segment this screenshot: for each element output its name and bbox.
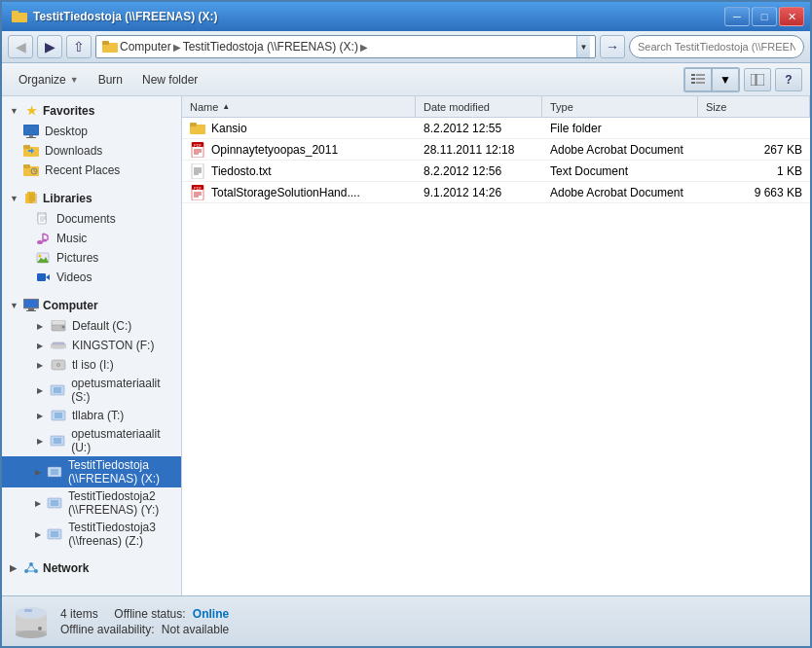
pane-toggle-button[interactable] bbox=[744, 68, 771, 91]
svg-point-53 bbox=[57, 364, 59, 366]
sidebar-item-videos[interactable]: Videos bbox=[2, 268, 181, 287]
computer-header[interactable]: ▼ Computer bbox=[2, 295, 181, 316]
file-type: Text Document bbox=[542, 164, 698, 178]
network-header[interactable]: ▶ Network bbox=[2, 558, 181, 579]
sidebar-item-documents[interactable]: Documents bbox=[2, 209, 181, 229]
status-offline-avail: Offline availability: Not available bbox=[60, 623, 229, 636]
sidebar-item-pictures[interactable]: Pictures bbox=[2, 248, 181, 268]
file-name-cell: PDF Opinnaytetyoopas_2011 bbox=[182, 142, 416, 158]
sidebar-item-tl-iso-i[interactable]: ▶ tl iso (I:) bbox=[2, 355, 181, 375]
sidebar-item-default-c[interactable]: ▶ Default (C:) bbox=[2, 316, 181, 336]
svg-rect-12 bbox=[23, 125, 39, 135]
sidebar-item-downloads[interactable]: Downloads bbox=[2, 141, 181, 161]
main-content: ▼ ★ Favorites Desktop bbox=[2, 96, 810, 595]
sidebar-item-desktop[interactable]: Desktop bbox=[2, 122, 181, 141]
main-window: TestitTiedostoja (\\FREENAS) (X:) ─ □ ✕ … bbox=[0, 0, 812, 648]
svg-rect-43 bbox=[28, 308, 34, 310]
col-header-date[interactable]: Date modified bbox=[416, 96, 542, 117]
table-row[interactable]: PDF Opinnaytetyoopas_2011 28.11.2011 12:… bbox=[182, 139, 810, 161]
up-button[interactable]: ⇧ bbox=[66, 35, 92, 58]
title-bar-controls: ─ □ ✕ bbox=[724, 7, 804, 26]
search-input[interactable] bbox=[638, 41, 795, 53]
file-name-cell: Kansio bbox=[182, 121, 416, 136]
svg-point-97 bbox=[16, 630, 47, 638]
back-button[interactable]: ◀ bbox=[8, 35, 33, 58]
refresh-button[interactable]: → bbox=[600, 35, 625, 58]
change-view-button[interactable]: ▼ bbox=[712, 68, 739, 91]
address-dropdown-button[interactable]: ▼ bbox=[576, 36, 590, 57]
computer-expand-icon: ▼ bbox=[10, 301, 19, 310]
table-row[interactable]: Kansio 8.2.2012 12:55 File folder bbox=[182, 118, 810, 139]
libraries-section: ▼ Libraries bbox=[2, 188, 181, 287]
txt-file-icon bbox=[190, 163, 205, 179]
address-box[interactable]: Computer ▶ TestitTiedostoja (\\FREENAS) … bbox=[95, 35, 596, 58]
pane-icon bbox=[751, 74, 764, 86]
new-folder-button[interactable]: New folder bbox=[133, 67, 206, 92]
file-area: Name ▲ Date modified Type Size bbox=[182, 96, 810, 595]
path-share: TestitTiedostoja (\\FREENAS) (X:) bbox=[183, 40, 358, 54]
sidebar-item-recent-places[interactable]: Recent Places bbox=[2, 161, 181, 180]
address-bar-area: ◀ ▶ ⇧ Computer ▶ TestitTiedostoja (\\FRE… bbox=[2, 31, 810, 63]
file-name: Kansio bbox=[211, 122, 247, 135]
sidebar-item-kingston-f[interactable]: ▶ KINGSTON (F:) bbox=[2, 336, 181, 355]
svg-rect-10 bbox=[751, 74, 756, 86]
drive-x-icon bbox=[47, 464, 62, 480]
svg-rect-98 bbox=[24, 609, 32, 612]
search-box[interactable] bbox=[629, 35, 804, 58]
file-name: Tiedosto.txt bbox=[211, 164, 272, 178]
sidebar-item-tllabra-t[interactable]: ▶ tllabra (T:) bbox=[2, 406, 181, 425]
window-icon bbox=[12, 9, 27, 24]
file-list-header: Name ▲ Date modified Type Size bbox=[182, 96, 810, 118]
help-button[interactable]: ? bbox=[775, 68, 802, 91]
sidebar-item-music[interactable]: Music bbox=[2, 229, 181, 248]
svg-rect-6 bbox=[691, 78, 695, 80]
sidebar-item-testitiedostoja3-z[interactable]: ▶ TestitTiedostoja3 (\\freenas) (Z:) bbox=[2, 519, 181, 550]
svg-line-70 bbox=[31, 564, 36, 571]
col-header-type[interactable]: Type bbox=[542, 96, 698, 117]
close-button[interactable]: ✕ bbox=[779, 7, 804, 26]
videos-icon bbox=[35, 270, 51, 285]
sidebar-item-testitiedostoja-x[interactable]: ▶ TestitTiedostoja (\\FREENAS) (X:) bbox=[2, 456, 181, 487]
desktop-label: Desktop bbox=[45, 125, 88, 138]
tl-iso-i-label: tl iso (I:) bbox=[72, 358, 114, 372]
favorites-star-icon: ★ bbox=[23, 103, 39, 119]
change-view-icon: ▼ bbox=[720, 73, 731, 87]
svg-rect-59 bbox=[54, 438, 61, 444]
status-drive-icon bbox=[12, 602, 51, 641]
svg-rect-65 bbox=[51, 531, 58, 537]
file-type: File folder bbox=[542, 122, 698, 135]
col-header-name[interactable]: Name ▲ bbox=[182, 96, 416, 117]
table-row[interactable]: PDF TotalStorageSolutionHand.... 9.1.201… bbox=[182, 182, 810, 203]
status-text: 4 items Offline status: Online Offline a… bbox=[60, 607, 229, 636]
favorites-header[interactable]: ▼ ★ Favorites bbox=[2, 100, 181, 122]
sidebar-item-opetusmateriaalit-s[interactable]: ▶ opetusmateriaalit (S:) bbox=[2, 375, 181, 406]
organize-button[interactable]: Organize ▼ bbox=[10, 67, 88, 92]
downloads-label: Downloads bbox=[45, 144, 102, 158]
window-title: TestitTiedostoja (\\FREENAS) (X:) bbox=[33, 10, 218, 23]
file-date: 28.11.2011 12:18 bbox=[416, 143, 542, 157]
drive-c-icon bbox=[51, 318, 66, 334]
folder-file-icon bbox=[190, 121, 205, 136]
maximize-button[interactable]: □ bbox=[752, 7, 777, 26]
forward-button[interactable]: ▶ bbox=[37, 35, 62, 58]
svg-rect-61 bbox=[51, 469, 58, 475]
sidebar-item-testitiedostoja2-y[interactable]: ▶ TestitTiedostoja2 (\\FREENAS) (Y:) bbox=[2, 487, 181, 519]
default-c-label: Default (C:) bbox=[72, 319, 131, 333]
drive-s-icon bbox=[50, 382, 65, 398]
minimize-button[interactable]: ─ bbox=[724, 7, 750, 26]
libraries-header[interactable]: ▼ Libraries bbox=[2, 188, 181, 209]
svg-line-69 bbox=[26, 564, 31, 571]
file-name: Opinnaytetyoopas_2011 bbox=[211, 143, 338, 157]
toolbar: Organize ▼ Burn New folder bbox=[2, 63, 810, 96]
sidebar-item-opetusmateriaalit-u[interactable]: ▶ opetusmateriaalit (U:) bbox=[2, 425, 181, 456]
testitiedostoja3-z-label: TestitTiedostoja3 (\\freenas) (Z:) bbox=[68, 521, 173, 548]
details-view-button[interactable] bbox=[684, 68, 712, 91]
file-list: Kansio 8.2.2012 12:55 File folder PDF bbox=[182, 118, 810, 595]
svg-rect-39 bbox=[37, 273, 46, 281]
burn-button[interactable]: Burn bbox=[90, 67, 131, 92]
pdf2-file-icon: PDF bbox=[190, 185, 205, 200]
new-folder-label: New folder bbox=[142, 73, 198, 87]
col-header-size[interactable]: Size bbox=[698, 96, 810, 117]
svg-point-47 bbox=[62, 326, 65, 329]
table-row[interactable]: Tiedosto.txt 8.2.2012 12:56 Text Documen… bbox=[182, 161, 810, 182]
